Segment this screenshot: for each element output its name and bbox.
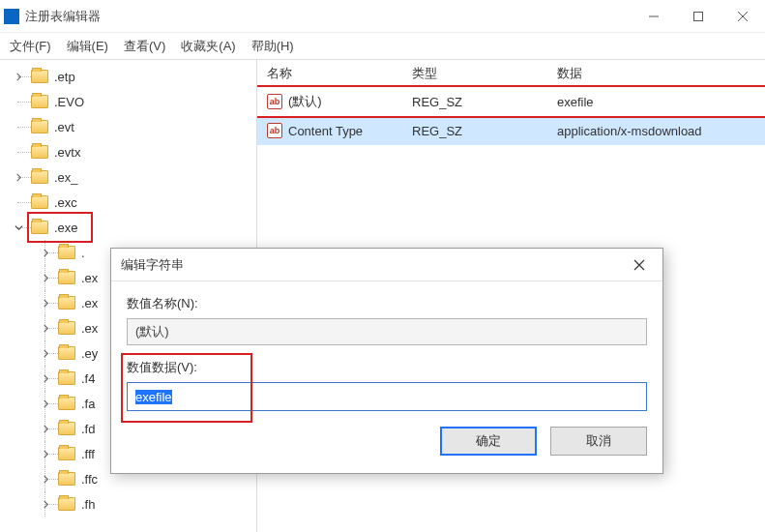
list-rows: ab(默认)REG_SZexefileabContent TypeREG_SZa… <box>257 87 765 145</box>
folder-icon <box>31 120 48 133</box>
tree-item-label: .exe <box>54 221 78 235</box>
tree-item[interactable]: .exe <box>0 215 256 240</box>
tree-item-label: .fh <box>81 497 95 512</box>
cell-data: exefile <box>547 95 765 109</box>
tree-connector <box>17 152 31 153</box>
chevron-right-icon[interactable] <box>41 248 50 257</box>
chevron-right-icon[interactable] <box>41 298 50 308</box>
chevron-right-icon[interactable] <box>41 273 50 282</box>
tree-item[interactable]: .evtx <box>0 139 256 164</box>
cell-name: ab(默认) <box>257 93 402 110</box>
menu-edit[interactable]: 编辑(E) <box>59 34 116 59</box>
tree-item-label: .fff <box>81 447 95 461</box>
value-name-field: (默认) <box>127 318 647 345</box>
folder-icon <box>31 95 48 108</box>
cell-data: application/x-msdownload <box>547 124 765 138</box>
value-name: (默认) <box>288 93 322 110</box>
menu-view[interactable]: 查看(V) <box>116 34 173 59</box>
column-header-name[interactable]: 名称 <box>257 65 402 82</box>
window-title: 注册表编辑器 <box>25 8 632 25</box>
tree-item-label: .exc <box>54 195 77 210</box>
column-header-data[interactable]: 数据 <box>547 65 765 82</box>
tree-item[interactable]: .EVO <box>0 89 256 114</box>
tree-item-label: .ffc <box>81 472 98 487</box>
cell-type: REG_SZ <box>402 95 547 109</box>
chevron-right-icon[interactable] <box>41 449 50 458</box>
tree-connector <box>17 127 31 128</box>
tree-item-label: .fa <box>81 397 95 411</box>
folder-icon <box>31 145 48 159</box>
list-row[interactable]: abContent TypeREG_SZapplication/x-msdown… <box>257 116 765 145</box>
chevron-right-icon[interactable] <box>41 373 50 383</box>
edit-string-dialog: 编辑字符串 数值名称(N): (默认) 数值数据(V): 确定 取消 <box>110 248 663 474</box>
tree-item-label: .ey <box>81 346 98 361</box>
minimize-button[interactable] <box>632 0 676 32</box>
chevron-down-icon[interactable] <box>14 222 23 232</box>
menu-help[interactable]: 帮助(H) <box>244 34 302 59</box>
column-header-type[interactable]: 类型 <box>402 65 547 82</box>
tree-item-label: .evt <box>54 120 74 134</box>
app-icon <box>4 9 19 24</box>
chevron-right-icon[interactable] <box>41 323 50 333</box>
menubar: 文件(F) 编辑(E) 查看(V) 收藏夹(A) 帮助(H) <box>0 33 765 60</box>
folder-icon <box>58 296 75 310</box>
titlebar: 注册表编辑器 <box>0 0 765 33</box>
tree-item-label: .f4 <box>81 371 95 386</box>
folder-icon <box>58 447 75 460</box>
string-value-icon: ab <box>267 94 282 109</box>
tree-item[interactable]: .fh <box>0 491 256 517</box>
folder-icon <box>58 472 75 486</box>
cancel-button[interactable]: 取消 <box>550 427 647 456</box>
folder-icon <box>58 321 75 335</box>
tree-item-label: .ex <box>81 296 98 310</box>
list-header: 名称 类型 数据 <box>257 60 765 87</box>
menu-favorites[interactable]: 收藏夹(A) <box>173 34 243 59</box>
menu-file[interactable]: 文件(F) <box>2 34 59 59</box>
list-row[interactable]: ab(默认)REG_SZexefile <box>257 87 765 116</box>
chevron-right-icon[interactable] <box>41 424 50 433</box>
tree-item[interactable]: .ex_ <box>0 164 256 190</box>
tree-item-label: .EVO <box>54 95 84 109</box>
folder-icon <box>58 397 75 410</box>
chevron-right-icon[interactable] <box>41 474 50 484</box>
dialog-title: 编辑字符串 <box>121 256 626 274</box>
tree-item-label: . <box>81 246 85 260</box>
folder-icon <box>31 221 48 234</box>
chevron-right-icon[interactable] <box>41 348 50 358</box>
tree-item[interactable]: .exc <box>0 190 256 215</box>
dialog-close-button[interactable] <box>626 251 653 279</box>
folder-icon <box>31 170 48 184</box>
folder-icon <box>58 246 75 259</box>
dialog-body: 数值名称(N): (默认) 数值数据(V): <box>111 281 662 427</box>
dialog-titlebar: 编辑字符串 <box>111 249 662 281</box>
tree-item-label: .fd <box>81 422 95 436</box>
ok-button[interactable]: 确定 <box>440 427 537 456</box>
cell-name: abContent Type <box>257 123 402 138</box>
folder-icon <box>58 422 75 435</box>
folder-icon <box>58 346 75 360</box>
window-buttons <box>632 0 765 32</box>
tree-connector <box>17 102 31 103</box>
tree-connector <box>17 202 31 203</box>
chevron-right-icon[interactable] <box>41 499 50 509</box>
tree-item-label: .etp <box>54 70 75 84</box>
value-data-input[interactable] <box>127 382 647 411</box>
folder-icon <box>31 195 48 209</box>
chevron-right-icon[interactable] <box>14 72 23 81</box>
value-name-label: 数值名称(N): <box>127 295 647 312</box>
value-data-label: 数值数据(V): <box>127 359 647 376</box>
cell-type: REG_SZ <box>402 124 547 138</box>
maximize-button[interactable] <box>676 0 721 32</box>
folder-icon <box>58 371 75 385</box>
chevron-right-icon[interactable] <box>41 399 50 408</box>
tree-item-label: .ex <box>81 321 98 336</box>
folder-icon <box>58 271 75 284</box>
tree-item-label: .evtx <box>54 145 80 160</box>
svg-rect-0 <box>694 12 703 20</box>
chevron-right-icon[interactable] <box>14 172 23 182</box>
tree-item[interactable]: .etp <box>0 64 256 89</box>
close-button[interactable] <box>721 0 765 32</box>
dialog-buttons: 确定 取消 <box>111 427 662 473</box>
folder-icon <box>58 497 75 511</box>
tree-item[interactable]: .evt <box>0 114 256 139</box>
